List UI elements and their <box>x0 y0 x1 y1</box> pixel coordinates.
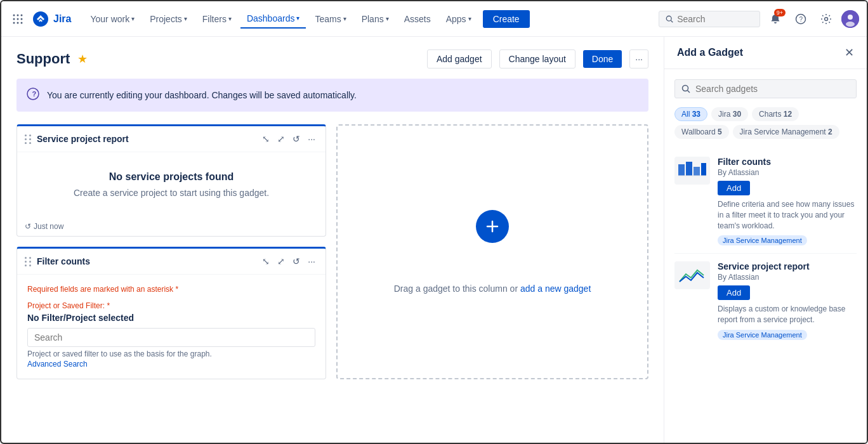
gadget-resize-small-button[interactable]: ⤡ <box>260 133 272 145</box>
nav-item-teams[interactable]: Teams ▾ <box>308 10 352 28</box>
svg-rect-24 <box>686 162 692 176</box>
gadget-resize-large-button[interactable]: ⤢ <box>275 133 287 145</box>
gadget-desc-filter-counts: Define criteria and see how many issues … <box>718 199 857 231</box>
filter-search-input[interactable] <box>27 328 315 347</box>
grid-menu-icon[interactable] <box>9 10 27 28</box>
gadget-header-service: Service project report ⤡ ⤢ ↺ ··· <box>17 126 326 152</box>
gadget-actions-filter: ⤡ ⤢ ↺ ··· <box>260 255 318 268</box>
gadget-form-filter: Required fields are marked with an aster… <box>17 275 326 379</box>
gadget-refresh-button[interactable]: ↺ <box>290 133 303 145</box>
filter-tab-charts[interactable]: Charts 12 <box>752 107 799 121</box>
nav-item-apps[interactable]: Apps ▾ <box>440 10 478 28</box>
svg-point-2 <box>21 14 23 16</box>
filter-tab-jira[interactable]: Jira 30 <box>711 107 748 121</box>
chevron-down-icon: ▾ <box>296 15 299 22</box>
search-icon <box>666 15 673 23</box>
chevron-down-icon: ▾ <box>228 15 232 22</box>
gadget-info-service-report: Service project report By Atlassian Add … <box>718 261 857 340</box>
gadget-columns: Service project report ⤡ ⤢ ↺ ··· No serv… <box>16 124 648 379</box>
more-options-button[interactable]: ··· <box>629 49 648 69</box>
gadget-drop-column[interactable]: Drag a gadget to this column or add a ne… <box>336 124 648 379</box>
jira-logo[interactable]: Jira <box>32 10 71 28</box>
create-button[interactable]: Create <box>483 10 530 28</box>
service-project-report-gadget: Service project report ⤡ ⤢ ↺ ··· No serv… <box>16 124 326 237</box>
gadget-search-box[interactable] <box>674 79 857 98</box>
gear-icon <box>820 13 832 25</box>
change-layout-button[interactable]: Change layout <box>499 49 575 69</box>
global-search-input[interactable] <box>677 14 753 24</box>
svg-point-9 <box>666 16 671 21</box>
add-gadget-icon <box>476 210 509 243</box>
gadget-thumbnail-service-report <box>674 261 710 289</box>
gadget-actions-service: ⤡ ⤢ ↺ ··· <box>260 133 318 145</box>
form-required-note: Required fields are marked with an aster… <box>27 285 315 294</box>
gadget-header-filter: Filter counts ⤡ ⤢ ↺ ··· <box>17 249 326 275</box>
gadget-more-button-filter[interactable]: ··· <box>305 255 318 268</box>
chevron-down-icon: ▾ <box>386 15 389 22</box>
svg-point-6 <box>13 22 15 23</box>
svg-point-21 <box>683 86 688 91</box>
gadget-add-button-filter-counts[interactable]: Add <box>718 181 750 195</box>
gadget-empty-desc: Create a service project to start using … <box>30 188 313 198</box>
panel-header: Add a Gadget ✕ <box>664 37 867 69</box>
svg-text:?: ? <box>32 90 37 98</box>
add-gadget-panel: Add a Gadget ✕ All 33 Jira 30 Charts 12 <box>664 37 867 443</box>
add-new-gadget-link[interactable]: add a new gadget <box>520 284 591 294</box>
nav-item-projects[interactable]: Projects ▾ <box>143 10 194 28</box>
help-icon: ? <box>795 13 806 25</box>
gadget-tag-filter-counts: Jira Service Management <box>718 235 807 245</box>
gadget-refresh-button-filter[interactable]: ↺ <box>290 255 303 268</box>
filter-tab-jsm[interactable]: Jira Service Management 2 <box>733 125 839 139</box>
svg-point-15 <box>848 15 853 20</box>
drag-handle-filter[interactable] <box>25 257 32 266</box>
global-search-box[interactable] <box>659 11 760 27</box>
edit-banner: ? You are currently editing your dashboa… <box>16 79 648 112</box>
nav-item-your-work[interactable]: Your work ▾ <box>84 10 141 28</box>
svg-point-7 <box>17 22 19 23</box>
chevron-down-icon: ▾ <box>131 15 135 22</box>
dashboard-area: Support ★ Add gadget Change layout Done … <box>1 37 664 443</box>
user-avatar[interactable] <box>841 10 859 28</box>
advanced-search-link[interactable]: Advanced Search <box>27 360 88 369</box>
svg-line-22 <box>688 91 690 93</box>
add-gadget-button[interactable]: Add gadget <box>427 49 492 69</box>
gadget-add-button-service-report[interactable]: Add <box>718 285 750 300</box>
gadget-name-filter-counts: Filter counts <box>718 157 857 167</box>
star-button[interactable]: ★ <box>77 52 88 66</box>
dashboard-header: Support ★ Add gadget Change layout Done … <box>16 49 648 69</box>
gadget-title-service: Service project report <box>37 134 260 144</box>
svg-point-1 <box>17 14 19 16</box>
gadget-list: Filter counts By Atlassian Add Define cr… <box>674 149 857 348</box>
help-button[interactable]: ? <box>791 9 811 29</box>
filter-counts-gadget: Filter counts ⤡ ⤢ ↺ ··· Required fields … <box>16 247 326 379</box>
gadget-resize-small-button-filter[interactable]: ⤡ <box>260 255 272 268</box>
svg-point-13 <box>825 17 828 20</box>
done-button[interactable]: Done <box>583 50 622 68</box>
nav-item-assets[interactable]: Assets <box>398 10 437 28</box>
nav-item-filters[interactable]: Filters ▾ <box>196 10 238 28</box>
svg-point-16 <box>846 22 855 27</box>
svg-rect-23 <box>678 164 685 176</box>
gadget-body-service: No service projects found Create a servi… <box>17 152 326 217</box>
drag-handle[interactable] <box>25 134 32 144</box>
nav-right: 9+ ? <box>659 9 859 29</box>
notifications-button[interactable]: 9+ <box>765 9 786 29</box>
gadget-resize-large-button-filter[interactable]: ⤢ <box>275 255 287 268</box>
filter-tab-wallboard[interactable]: Wallboard 5 <box>674 125 729 139</box>
filter-tab-all[interactable]: All 33 <box>674 107 707 121</box>
info-icon: ? <box>27 88 39 103</box>
nav-item-plans[interactable]: Plans ▾ <box>355 10 395 28</box>
svg-rect-25 <box>694 167 700 176</box>
gadget-by-service-report: By Atlassian <box>718 273 857 282</box>
gadget-list-item-service-report: Service project report By Atlassian Add … <box>674 254 857 348</box>
gadget-empty-title: No service projects found <box>30 171 313 183</box>
gadget-search-input[interactable] <box>695 84 850 94</box>
svg-text:?: ? <box>799 16 803 23</box>
dashboard-title: Support <box>16 51 70 67</box>
settings-button[interactable] <box>816 9 836 29</box>
panel-close-button[interactable]: ✕ <box>845 47 854 58</box>
panel-body: All 33 Jira 30 Charts 12 Wallboard 5 Jir… <box>664 69 867 443</box>
nav-item-dashboards[interactable]: Dashboards ▾ <box>240 10 306 29</box>
gadget-more-button[interactable]: ··· <box>305 133 318 145</box>
top-nav: Jira Your work ▾ Projects ▾ Filters ▾ Da… <box>1 1 867 37</box>
